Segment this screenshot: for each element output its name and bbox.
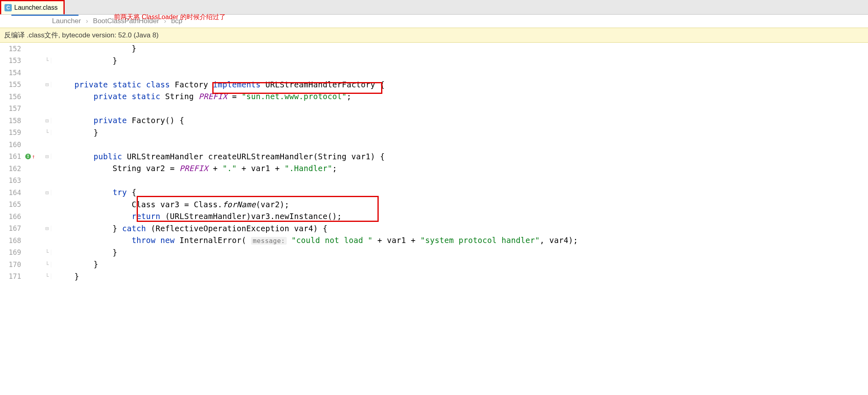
gutter-line: 159└	[0, 127, 51, 139]
breadcrumb-item[interactable]: Launcher	[52, 17, 81, 25]
fold-column[interactable]: ⊟	[43, 154, 51, 159]
tab-bar: C Launcher.class	[0, 0, 868, 15]
gutter-line: 161↑⊟	[0, 151, 51, 163]
fold-column[interactable]: ⊟	[43, 190, 51, 195]
line-number[interactable]: 168	[0, 237, 24, 245]
line-number[interactable]: 153	[0, 56, 24, 65]
gutter-line: 160	[0, 139, 51, 151]
gutter-line: 156	[0, 91, 51, 103]
line-number[interactable]: 164	[0, 189, 24, 197]
line-number[interactable]: 158	[0, 117, 24, 125]
code-line[interactable]: public URLStreamHandler createURLStreamH…	[55, 151, 868, 163]
code-line[interactable]: }	[55, 127, 868, 139]
gutter-line: 170└	[0, 258, 51, 271]
gutter-line: 169└	[0, 247, 51, 259]
code-line[interactable]: }	[55, 271, 868, 283]
override-up-arrow-icon[interactable]: ↑	[32, 153, 35, 160]
code-line[interactable]	[55, 103, 868, 115]
code-line[interactable]: }	[55, 55, 868, 67]
gutter-line: 164⊟	[0, 187, 51, 199]
code-line[interactable]: } catch (ReflectiveOperationException va…	[55, 223, 868, 235]
code-line[interactable]: return (URLStreamHandler)var3.newInstanc…	[55, 211, 868, 223]
editor-tab[interactable]: C Launcher.class	[0, 0, 65, 14]
line-number[interactable]: 170	[0, 260, 24, 269]
line-number[interactable]: 165	[0, 200, 24, 208]
implements-method-icon[interactable]	[25, 154, 31, 159]
line-number[interactable]: 156	[0, 93, 24, 101]
code-line[interactable]: throw new InternalError( message: "could…	[55, 234, 868, 247]
line-number[interactable]: 159	[0, 128, 24, 137]
fold-open-icon[interactable]: ⊟	[45, 190, 48, 195]
code-line[interactable]: try {	[55, 187, 868, 199]
code-line[interactable]	[55, 175, 868, 187]
tab-label: Launcher.class	[14, 4, 58, 11]
line-number[interactable]: 160	[0, 141, 24, 149]
gutter-line: 165	[0, 199, 51, 211]
line-number[interactable]: 163	[0, 176, 24, 184]
fold-column[interactable]: └	[43, 58, 51, 63]
chevron-right-icon: ›	[86, 17, 88, 25]
gutter-line: 168	[0, 234, 51, 247]
line-number[interactable]: 155	[0, 80, 24, 89]
line-number[interactable]: 154	[0, 69, 24, 77]
code-line[interactable]: }	[55, 43, 868, 55]
tab-active-underline	[11, 15, 79, 16]
line-number[interactable]: 167	[0, 224, 24, 232]
gutter-line: 153└	[0, 55, 51, 67]
gutter-line: 158⊟	[0, 115, 51, 127]
fold-column[interactable]: └	[43, 250, 51, 255]
gutter[interactable]: 152153└154155⊟156157158⊟159└160161↑⊟1621…	[0, 43, 51, 282]
decompiled-banner: 反编译 .class文件, bytecode version: 52.0 (Ja…	[0, 28, 868, 43]
line-number[interactable]: 152	[0, 45, 24, 53]
code-line[interactable]: }	[55, 258, 868, 271]
fold-open-icon[interactable]: ⊟	[45, 82, 48, 87]
fold-open-icon[interactable]: ⊟	[45, 226, 48, 231]
code-line[interactable]: }	[55, 247, 868, 259]
fold-open-icon[interactable]: ⊟	[45, 118, 48, 124]
class-file-icon: C	[4, 4, 12, 11]
line-number[interactable]: 161	[0, 152, 24, 161]
line-number[interactable]: 166	[0, 213, 24, 221]
code-line[interactable]	[55, 67, 868, 79]
code-line[interactable]	[55, 139, 868, 151]
code-line[interactable]: private static String PREFIX = "sun.net.…	[55, 91, 868, 103]
annotation-text: 前两天将 ClassLoader 的时候介绍过了	[114, 13, 226, 22]
line-number[interactable]: 157	[0, 104, 24, 113]
code-line[interactable]: private Factory() {	[55, 115, 868, 127]
gutter-line: 155⊟	[0, 79, 51, 91]
fold-column[interactable]: ⊟	[43, 82, 51, 87]
code-line[interactable]: Class var3 = Class.forName(var2);	[55, 199, 868, 211]
line-number[interactable]: 169	[0, 248, 24, 256]
fold-open-icon[interactable]: ⊟	[45, 154, 48, 159]
fold-column[interactable]: └	[43, 262, 51, 267]
gutter-line: 154	[0, 67, 51, 79]
line-number[interactable]: 162	[0, 165, 24, 173]
gutter-line: 163	[0, 175, 51, 187]
code-area[interactable]: } } private static class Factory impleme…	[51, 43, 868, 282]
fold-column[interactable]: ⊟	[43, 226, 51, 231]
fold-column[interactable]: └	[43, 130, 51, 135]
gutter-line: 171└	[0, 271, 51, 283]
fold-column[interactable]: └	[43, 273, 51, 279]
gutter-line: 167⊟	[0, 223, 51, 235]
editor-body: 152153└154155⊟156157158⊟159└160161↑⊟1621…	[0, 43, 868, 282]
fold-column[interactable]: ⊟	[43, 118, 51, 124]
gutter-line: 152	[0, 43, 51, 55]
gutter-icons: ↑	[24, 153, 43, 160]
code-line[interactable]: private static class Factory implements …	[55, 79, 868, 91]
gutter-line: 157	[0, 103, 51, 115]
gutter-line: 162	[0, 163, 51, 175]
code-line[interactable]: String var2 = PREFIX + "." + var1 + ".Ha…	[55, 163, 868, 175]
gutter-line: 166	[0, 211, 51, 223]
line-number[interactable]: 171	[0, 272, 24, 280]
